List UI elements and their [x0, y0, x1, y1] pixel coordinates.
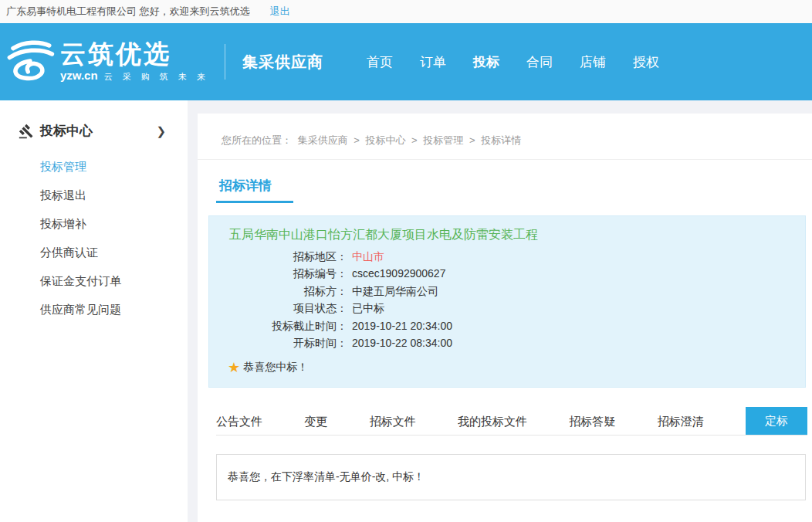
welcome-text: 广东易事特机电工程有限公司 您好，欢迎来到云筑优选	[6, 5, 250, 19]
breadcrumb-separator: >	[411, 134, 418, 146]
tab-tender-clarification[interactable]: 招标澄清	[658, 408, 704, 435]
page-title-tender-detail: 招标详情	[216, 174, 293, 203]
award-result-box: 恭喜您，在下浮率清单-无单价-改, 中标！	[216, 454, 806, 500]
nav-item-contracts[interactable]: 合同	[526, 53, 553, 71]
content-card: 您所在的位置： 集采供应商 > 投标中心 > 投标管理 > 投标详情 招标详情 …	[198, 114, 812, 522]
congrats-line: ★ 恭喜您中标！	[228, 361, 787, 375]
sidebar-item-supplier-faq[interactable]: 供应商常见问题	[0, 295, 188, 324]
field-row-bid-deadline: 投标截止时间： 2019-10-21 20:34:00	[228, 317, 787, 334]
field-value-tenderer: 中建五局华南公司	[352, 283, 438, 300]
sidebar-item-subsupplier-certification[interactable]: 分供商认证	[0, 238, 188, 266]
main-area: 投标中心 ❯ 投标管理 投标退出 投标增补 分供商认证 保证金支付订单 供应商常…	[0, 100, 812, 522]
tab-tender-files[interactable]: 招标文件	[370, 408, 416, 435]
tab-changes[interactable]: 变更	[304, 408, 327, 435]
gavel-icon	[19, 124, 34, 139]
field-label: 开标时间：	[228, 334, 347, 351]
main-header: 云筑优选 yzw.cn 云 采 购 筑 未 来 集采供应商 首页 订单 投标 合…	[0, 23, 812, 100]
brand-slogan: 云 采 购 筑 未 来	[104, 71, 209, 83]
field-label: 招标地区：	[228, 248, 347, 265]
breadcrumb-item-bid-detail: 投标详情	[481, 134, 521, 146]
award-result-message: 恭喜您，在下浮率清单-无单价-改, 中标！	[228, 470, 425, 483]
field-value-project-status: 已中标	[352, 300, 384, 317]
sidebar-item-bid-management[interactable]: 投标管理	[0, 152, 188, 181]
breadcrumb: 您所在的位置： 集采供应商 > 投标中心 > 投标管理 > 投标详情	[198, 114, 812, 160]
nav-item-authorization[interactable]: 授权	[633, 53, 659, 71]
field-row-bid-opening-time: 开标时间： 2019-10-22 08:34:00	[228, 334, 787, 351]
brand-logo[interactable]: 云筑优选 yzw.cn 云 采 购 筑 未 来	[5, 39, 209, 85]
breadcrumb-item-bid-management[interactable]: 投标管理	[423, 134, 463, 146]
nav-item-orders[interactable]: 订单	[420, 53, 446, 71]
main-nav: 首页 订单 投标 合同 店铺 授权	[367, 53, 659, 71]
breadcrumb-separator: >	[354, 134, 360, 146]
sidebar-item-bid-supplement[interactable]: 投标增补	[0, 209, 188, 238]
breadcrumb-separator: >	[469, 134, 475, 146]
sidebar: 投标中心 ❯ 投标管理 投标退出 投标增补 分供商认证 保证金支付订单 供应商常…	[0, 100, 188, 522]
field-value-tender-number: cscec19092900627	[352, 265, 445, 282]
breadcrumb-prefix: 您所在的位置：	[222, 134, 292, 146]
sidebar-section-bid-center[interactable]: 投标中心 ❯	[0, 122, 188, 140]
field-value-bid-deadline: 2019-10-21 20:34:00	[352, 317, 452, 334]
topbar: 广东易事特机电工程有限公司 您好，欢迎来到云筑优选 退出	[0, 0, 812, 23]
field-row-region: 招标地区： 中山市	[228, 248, 787, 265]
nav-item-home[interactable]: 首页	[367, 53, 393, 71]
tender-info-panel: 五局华南中山港口怡方汇都大厦项目水电及防雷安装工程 招标地区： 中山市 招标编号…	[208, 215, 806, 388]
nav-item-bidding[interactable]: 投标	[473, 53, 499, 71]
field-value-region: 中山市	[352, 248, 384, 265]
chevron-right-icon: ❯	[156, 124, 166, 138]
content-wrap: 您所在的位置： 集采供应商 > 投标中心 > 投标管理 > 投标详情 招标详情 …	[188, 100, 812, 522]
tab-tender-qa[interactable]: 招标答疑	[569, 408, 615, 435]
detail-tabs: 公告文件 变更 招标文件 我的投标文件 招标答疑 招标澄清 定标	[216, 408, 807, 436]
brand-domain: yzw.cn	[60, 69, 98, 82]
nav-item-shop[interactable]: 店铺	[580, 53, 606, 71]
header-divider	[225, 44, 225, 80]
portal-title: 集采供应商	[242, 52, 323, 73]
breadcrumb-item-supplier[interactable]: 集采供应商	[298, 134, 348, 146]
tab-announcement-files[interactable]: 公告文件	[216, 408, 262, 435]
field-row-tenderer: 招标方： 中建五局华南公司	[228, 283, 787, 300]
breadcrumb-item-bid-center[interactable]: 投标中心	[365, 134, 405, 146]
field-value-bid-opening-time: 2019-10-22 08:34:00	[352, 334, 452, 351]
field-label: 项目状态：	[228, 300, 347, 317]
sidebar-menu: 投标管理 投标退出 投标增补 分供商认证 保证金支付订单 供应商常见问题	[0, 152, 188, 324]
sidebar-item-deposit-payment-orders[interactable]: 保证金支付订单	[0, 266, 188, 295]
sidebar-item-bid-withdraw[interactable]: 投标退出	[0, 181, 188, 209]
sidebar-section-title: 投标中心	[40, 122, 156, 140]
field-label: 招标编号：	[228, 265, 347, 282]
brand-name: 云筑优选	[60, 41, 209, 67]
brand-subline: yzw.cn 云 采 购 筑 未 来	[60, 69, 209, 83]
project-title: 五局华南中山港口怡方汇都大厦项目水电及防雷安装工程	[229, 227, 787, 243]
star-icon: ★	[228, 361, 240, 375]
field-label: 招标方：	[228, 283, 347, 300]
tab-award[interactable]: 定标	[746, 407, 807, 435]
field-row-tender-number: 招标编号： cscec19092900627	[228, 265, 787, 282]
logout-link[interactable]: 退出	[270, 5, 290, 19]
field-row-project-status: 项目状态： 已中标	[228, 300, 787, 317]
field-label: 投标截止时间：	[228, 317, 347, 334]
congrats-text: 恭喜您中标！	[243, 361, 308, 375]
tab-my-bid-files[interactable]: 我的投标文件	[458, 408, 527, 435]
cloud-logo-icon	[5, 39, 56, 85]
